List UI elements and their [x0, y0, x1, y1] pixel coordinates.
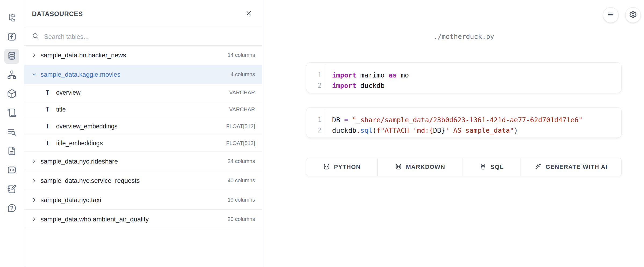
- text-type-icon: T: [44, 106, 51, 113]
- code-token: marimo: [356, 71, 388, 79]
- notebook-menu-button[interactable]: [603, 7, 618, 23]
- notebook-filename: ./motherduck.py: [306, 33, 622, 40]
- table-row-taxi[interactable]: sample_data.nyc.taxi 19 columns: [24, 190, 262, 210]
- chevron-right-icon: [31, 197, 37, 203]
- icon-rail: [0, 0, 24, 267]
- add-sql-cell-button[interactable]: SQL: [463, 158, 521, 176]
- sidebar-item-packages[interactable]: [4, 87, 19, 102]
- text-type-icon: T: [44, 89, 51, 96]
- code-token: import: [332, 82, 356, 90]
- sparkles-icon: [534, 163, 542, 171]
- code-token: (: [373, 127, 377, 134]
- sidebar-item-datasources[interactable]: [4, 49, 19, 64]
- sitemap-icon: [7, 70, 17, 81]
- code-token: as: [389, 71, 397, 79]
- close-panel-button[interactable]: [243, 9, 254, 19]
- tables-list: sample_data.hn.hacker_news 14 columns sa…: [24, 46, 262, 229]
- settings-button[interactable]: [625, 7, 641, 23]
- column-count: 14 columns: [228, 52, 255, 58]
- column-name: title: [56, 106, 224, 113]
- sidebar-item-tracebacks[interactable]: [4, 125, 19, 140]
- code-token: sql: [360, 127, 372, 134]
- code-token: ' AS sample_data": [445, 127, 514, 134]
- search-icon: [32, 32, 39, 41]
- code-line: import duckdb: [332, 80, 621, 91]
- code-token: duckdb: [356, 82, 384, 90]
- code-token: DB: [332, 116, 344, 124]
- column-count: 24 columns: [228, 158, 255, 164]
- database-icon: [7, 51, 17, 62]
- column-row-title-embeddings[interactable]: T title_embeddings FLOAT[512]: [24, 135, 262, 152]
- scroll-icon: [7, 108, 17, 119]
- column-type: VARCHAR: [229, 106, 255, 113]
- table-row-hacker-news[interactable]: sample_data.hn.hacker_news 14 columns: [24, 46, 262, 65]
- chevron-right-icon: [31, 178, 37, 183]
- code-token: import: [332, 71, 356, 79]
- sidebar-item-logs[interactable]: [4, 106, 19, 121]
- search-tables-input[interactable]: [44, 33, 254, 40]
- table-name: sample_data.hn.hacker_news: [41, 51, 224, 59]
- generate-with-ai-button[interactable]: GENERATE WITH AI: [521, 158, 621, 176]
- table-row-service-requests[interactable]: sample_data.nyc.service_requests 40 colu…: [24, 171, 262, 190]
- code-square-icon: [323, 163, 330, 171]
- add-cell-button-row: PYTHON MARKDOWN SQL: [306, 158, 622, 176]
- table-row-kaggle-movies[interactable]: sample_data.kaggle.movies 4 columns: [24, 65, 262, 84]
- log-search-icon: [7, 127, 17, 138]
- line-number: 2: [306, 125, 322, 136]
- code-cell-attach-db[interactable]: 1 2 DB = "_share/sample_data/23b0d623-13…: [306, 107, 622, 138]
- sidebar-item-help[interactable]: [4, 201, 19, 216]
- code-editor[interactable]: DB = "_share/sample_data/23b0d623-1361-4…: [326, 107, 621, 138]
- column-name: overview: [56, 89, 224, 96]
- sidebar-item-documentation[interactable]: [4, 144, 19, 159]
- line-number: 2: [306, 80, 322, 91]
- code-token: .: [356, 127, 360, 134]
- chevron-down-icon: [31, 72, 37, 77]
- table-name: sample_data.nyc.rideshare: [41, 158, 224, 165]
- add-button-label: SQL: [490, 164, 504, 170]
- add-button-label: GENERATE WITH AI: [545, 164, 607, 170]
- chevron-right-icon: [31, 53, 37, 58]
- line-number-gutter: 1 2: [306, 66, 326, 90]
- add-button-label: MARKDOWN: [406, 164, 445, 170]
- code-token: duckdb: [332, 127, 356, 134]
- text-type-icon: T: [44, 123, 51, 130]
- sidebar-item-files[interactable]: [4, 11, 19, 26]
- line-number: 1: [306, 70, 322, 80]
- column-name: title_embeddings: [56, 140, 221, 147]
- column-count: 4 columns: [231, 71, 255, 77]
- table-row-ambient-air-quality[interactable]: sample_data.who.ambient_air_quality 20 c…: [24, 210, 262, 229]
- menu-icon: [607, 10, 615, 20]
- panel-title: DATASOURCES: [32, 10, 83, 18]
- sidebar-item-scratchpad[interactable]: [4, 182, 19, 197]
- database-icon: [479, 163, 487, 171]
- search-tables-row: [24, 28, 262, 46]
- code-token: "_share/sample_data/23b0d623-1361-421d-a…: [352, 116, 583, 124]
- code-token: }: [441, 127, 445, 134]
- add-python-cell-button[interactable]: PYTHON: [306, 158, 378, 176]
- table-row-rideshare[interactable]: sample_data.nyc.rideshare 24 columns: [24, 152, 262, 171]
- code-token: [348, 116, 352, 124]
- column-row-overview-embeddings[interactable]: T overview_embeddings FLOAT[512]: [24, 118, 262, 135]
- sidebar-item-variables[interactable]: [4, 30, 19, 45]
- file-tree-icon: [7, 13, 17, 24]
- column-count: 40 columns: [228, 177, 255, 184]
- code-editor[interactable]: import marimo as mo import duckdb: [326, 63, 621, 93]
- document-icon: [7, 146, 17, 157]
- column-count: 19 columns: [228, 197, 255, 203]
- close-icon: [245, 10, 252, 18]
- sidebar-item-dependencies[interactable]: [4, 68, 19, 83]
- chevron-right-icon: [31, 159, 37, 164]
- column-row-overview[interactable]: T overview VARCHAR: [24, 84, 262, 101]
- line-number: 1: [306, 115, 322, 125]
- chevron-right-icon: [31, 217, 37, 222]
- column-type: VARCHAR: [229, 90, 255, 96]
- code-cell-imports[interactable]: 1 2 import marimo as mo import duckdb: [306, 62, 622, 93]
- column-type: FLOAT[512]: [226, 140, 255, 146]
- code-line: import marimo as mo: [332, 70, 621, 80]
- add-markdown-cell-button[interactable]: MARKDOWN: [378, 158, 463, 176]
- chat-question-icon: [7, 203, 17, 214]
- code-token: =: [344, 116, 348, 124]
- sidebar-item-snippets[interactable]: [4, 163, 19, 178]
- column-row-title[interactable]: T title VARCHAR: [24, 101, 262, 118]
- package-icon: [7, 89, 17, 100]
